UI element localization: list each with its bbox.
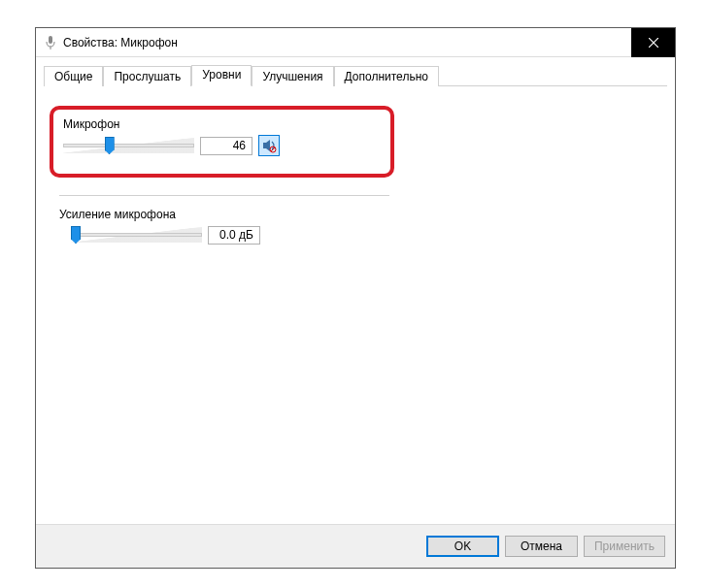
close-icon	[649, 38, 658, 48]
boost-slider[interactable]	[71, 225, 202, 245]
microphone-slider[interactable]	[63, 136, 194, 155]
tab-levels[interactable]: Уровни	[191, 65, 252, 86]
tab-general[interactable]: Общие	[44, 66, 103, 86]
apply-button[interactable]: Применить	[584, 536, 665, 557]
microphone-label: Микрофон	[63, 117, 381, 131]
boost-value[interactable]: 0.0 дБ	[208, 226, 260, 245]
properties-window: Свойства: Микрофон Общие Прослушать Уров…	[35, 27, 676, 569]
svg-marker-4	[263, 140, 270, 151]
speaker-icon	[261, 138, 277, 153]
microphone-icon	[44, 36, 57, 49]
dialog-footer: OK Отмена Применить	[36, 524, 675, 568]
cancel-button[interactable]: Отмена	[505, 536, 578, 557]
tab-strip: Общие Прослушать Уровни Улучшения Дополн…	[44, 65, 667, 86]
boost-slider-row: 0.0 дБ	[59, 225, 380, 245]
microphone-level-group: Микрофон 46	[63, 117, 381, 156]
microphone-boost-group: Усиление микрофона 0.0 дБ	[50, 208, 380, 245]
microphone-value[interactable]: 46	[200, 137, 252, 155]
window-title: Свойства: Микрофон	[63, 36, 178, 49]
tab-listen[interactable]: Прослушать	[103, 66, 191, 86]
microphone-slider-row: 46	[63, 135, 381, 156]
tab-enhancements[interactable]: Улучшения	[252, 66, 333, 86]
mute-button[interactable]	[258, 135, 280, 156]
titlebar: Свойства: Микрофон	[36, 28, 675, 57]
ok-button[interactable]: OK	[426, 536, 499, 557]
close-button[interactable]	[631, 28, 675, 57]
tab-content: Микрофон 46	[36, 86, 675, 524]
divider	[59, 195, 389, 196]
boost-label: Усиление микрофона	[59, 208, 380, 221]
highlight-annotation: Микрофон 46	[50, 106, 394, 178]
tab-advanced[interactable]: Дополнительно	[334, 66, 439, 86]
svg-rect-0	[49, 36, 52, 44]
